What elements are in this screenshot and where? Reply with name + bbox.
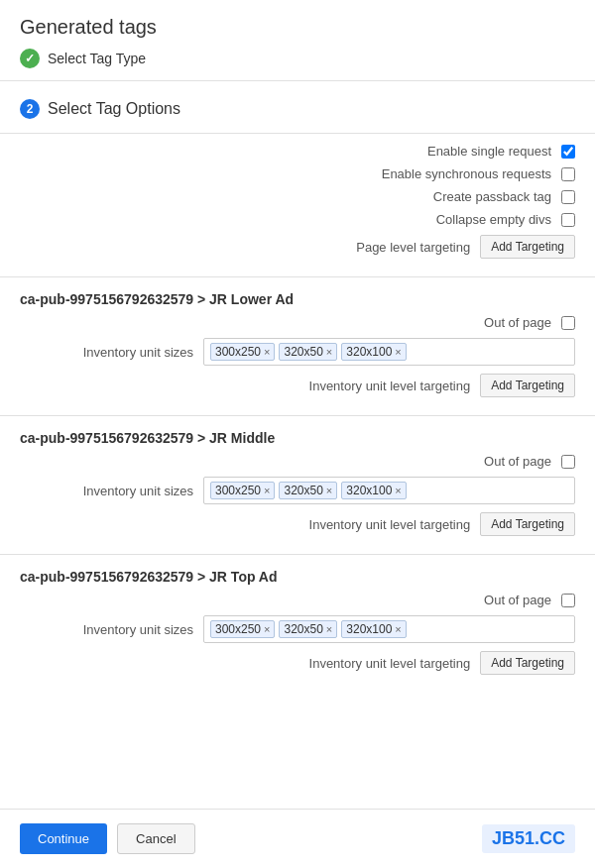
create-passback-label: Create passback tag (393, 189, 551, 204)
size-remove-icon[interactable]: × (264, 485, 270, 496)
add-targeting-button-top-ad[interactable]: Add Targeting (480, 651, 575, 675)
footer-buttons: Continue Cancel (20, 823, 195, 854)
ad-units-container: ca-pub-9975156792632579 > JR Lower AdOut… (0, 276, 595, 693)
out-of-page-row-top-ad: Out of page (20, 593, 575, 607)
size-tag: 320x50× (279, 343, 337, 361)
size-tag: 320x100× (341, 343, 406, 361)
out-of-page-row-lower-ad: Out of page (20, 315, 575, 330)
step2-header: 2 Select Tag Options (0, 81, 595, 134)
sizes-box-top-ad[interactable]: 300x250×320x50×320x100× (203, 615, 575, 643)
size-remove-icon[interactable]: × (395, 623, 401, 635)
ad-unit-title-middle: ca-pub-9975156792632579 > JR Middle (20, 430, 575, 446)
targeting-row-top-ad: Inventory unit level targetingAdd Target… (20, 651, 575, 675)
ad-unit-section-lower-ad: ca-pub-9975156792632579 > JR Lower AdOut… (0, 276, 595, 415)
size-remove-icon[interactable]: × (264, 623, 270, 635)
out-of-page-label-middle: Out of page (378, 454, 551, 469)
out-of-page-label-top-ad: Out of page (378, 593, 551, 607)
page-header: Generated tags ✓ Select Tag Type (0, 0, 595, 81)
sizes-label-lower-ad: Inventory unit sizes (20, 345, 193, 360)
footer-bar: Continue Cancel JB51.CC (0, 809, 595, 868)
ad-unit-section-middle: ca-pub-9975156792632579 > JR MiddleOut o… (0, 415, 595, 554)
page-targeting-label: Page level targeting (311, 240, 470, 255)
sizes-row-lower-ad: Inventory unit sizes300x250×320x50×320x1… (20, 338, 575, 366)
collapse-empty-row: Collapse empty divs (20, 212, 575, 227)
ad-unit-title-lower-ad: ca-pub-9975156792632579 > JR Lower Ad (20, 291, 575, 307)
out-of-page-row-middle: Out of page (20, 454, 575, 469)
targeting-label-middle: Inventory unit level targeting (297, 517, 470, 532)
size-tag: 320x50× (279, 482, 337, 499)
size-tag: 320x100× (341, 620, 406, 638)
targeting-row-middle: Inventory unit level targetingAdd Target… (20, 512, 575, 536)
add-targeting-button-middle[interactable]: Add Targeting (480, 512, 575, 536)
add-targeting-button-lower-ad[interactable]: Add Targeting (480, 374, 575, 397)
targeting-row-lower-ad: Inventory unit level targetingAdd Target… (20, 374, 575, 397)
cancel-button[interactable]: Cancel (117, 823, 194, 854)
page-title: Generated tags (20, 16, 575, 39)
create-passback-row: Create passback tag (20, 189, 575, 204)
sizes-label-middle: Inventory unit sizes (20, 484, 193, 498)
size-tag: 300x250× (210, 343, 275, 361)
sizes-row-top-ad: Inventory unit sizes300x250×320x50×320x1… (20, 615, 575, 643)
size-remove-icon[interactable]: × (326, 346, 332, 358)
size-tag: 300x250× (210, 620, 275, 638)
sizes-box-middle[interactable]: 300x250×320x50×320x100× (203, 477, 575, 504)
enable-synchronous-row: Enable synchronous requests (20, 166, 575, 181)
size-tag: 320x50× (279, 620, 337, 638)
sizes-box-lower-ad[interactable]: 300x250×320x50×320x100× (203, 338, 575, 366)
enable-single-request-checkbox[interactable] (561, 145, 575, 159)
out-of-page-label-lower-ad: Out of page (378, 315, 551, 330)
size-remove-icon[interactable]: × (326, 485, 332, 496)
out-of-page-checkbox-middle[interactable] (561, 455, 575, 469)
step1-row: ✓ Select Tag Type (20, 45, 575, 72)
enable-synchronous-checkbox[interactable] (561, 167, 575, 181)
size-remove-icon[interactable]: × (395, 485, 401, 496)
step1-label: Select Tag Type (48, 51, 146, 66)
watermark: JB51.CC (482, 824, 575, 853)
step2-row: 2 Select Tag Options (20, 95, 575, 123)
ad-unit-section-top-ad: ca-pub-9975156792632579 > JR Top AdOut o… (0, 554, 595, 693)
step1-check-icon: ✓ (20, 49, 40, 68)
size-tag: 300x250× (210, 482, 275, 499)
step2-num-icon: 2 (20, 99, 40, 119)
continue-button[interactable]: Continue (20, 823, 107, 854)
step2-label: Select Tag Options (48, 100, 180, 118)
targeting-label-lower-ad: Inventory unit level targeting (297, 379, 470, 393)
collapse-empty-label: Collapse empty divs (393, 212, 551, 227)
size-remove-icon[interactable]: × (264, 346, 270, 358)
targeting-label-top-ad: Inventory unit level targeting (297, 656, 470, 671)
ad-unit-title-top-ad: ca-pub-9975156792632579 > JR Top Ad (20, 569, 575, 585)
size-remove-icon[interactable]: × (326, 623, 332, 635)
enable-single-request-row: Enable single request (20, 144, 575, 159)
sizes-row-middle: Inventory unit sizes300x250×320x50×320x1… (20, 477, 575, 504)
out-of-page-checkbox-lower-ad[interactable] (561, 316, 575, 330)
page-add-targeting-button[interactable]: Add Targeting (480, 235, 575, 259)
page-targeting-row: Page level targeting Add Targeting (20, 235, 575, 259)
size-tag: 320x100× (341, 482, 406, 499)
enable-single-request-label: Enable single request (393, 144, 551, 159)
collapse-empty-checkbox[interactable] (561, 213, 575, 227)
create-passback-checkbox[interactable] (561, 190, 575, 204)
size-remove-icon[interactable]: × (395, 346, 401, 358)
out-of-page-checkbox-top-ad[interactable] (561, 594, 575, 607)
options-area: Enable single request Enable synchronous… (0, 134, 595, 276)
enable-synchronous-label: Enable synchronous requests (382, 166, 551, 181)
sizes-label-top-ad: Inventory unit sizes (20, 622, 193, 637)
